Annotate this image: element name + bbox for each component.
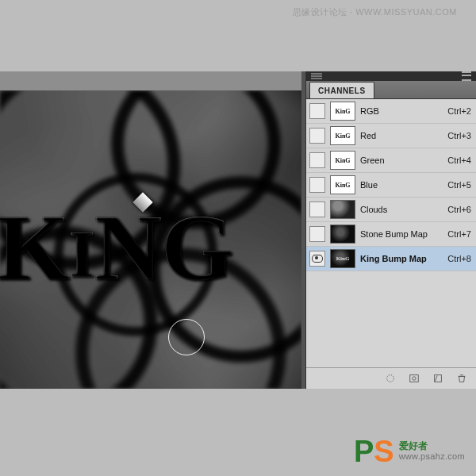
channel-row[interactable]: KinGKing Bump MapCtrl+8 <box>306 247 476 271</box>
delete-channel-icon[interactable] <box>455 373 468 384</box>
visibility-toggle[interactable] <box>309 103 325 119</box>
channel-name: Green <box>360 155 443 165</box>
channel-thumb: KinG <box>330 175 355 194</box>
panel-grip-icon[interactable] <box>311 75 322 77</box>
panel-tabs: CHANNELS <box>306 81 476 99</box>
channel-name: King Bump Map <box>360 254 443 263</box>
visibility-toggle[interactable] <box>309 202 325 217</box>
king-text: KING <box>0 202 301 295</box>
site-watermark: PS 爱好者 www.psahz.com <box>354 440 465 463</box>
channel-name: Clouds <box>360 205 443 214</box>
channel-thumb: KinG <box>330 102 355 121</box>
svg-point-2 <box>413 377 416 380</box>
dot-over-i-icon <box>132 192 152 212</box>
channel-row[interactable]: KinGBlueCtrl+5 <box>306 173 476 198</box>
channel-thumb <box>330 225 355 244</box>
visibility-toggle[interactable] <box>309 177 325 193</box>
eye-icon <box>312 255 323 263</box>
visibility-toggle[interactable] <box>309 226 325 242</box>
brush-cursor-icon <box>168 319 205 355</box>
channel-shortcut: Ctrl+2 <box>447 106 471 116</box>
channel-thumb: KinG <box>330 126 355 145</box>
channel-row[interactable]: KinGGreenCtrl+4 <box>306 148 476 173</box>
channel-shortcut: Ctrl+4 <box>447 155 471 165</box>
channel-name: Stone Bump Map <box>360 229 443 239</box>
channel-shortcut: Ctrl+6 <box>447 205 471 214</box>
document-canvas[interactable]: KING <box>0 90 301 389</box>
photoshop-window: KING CHANNELS KinGRGBCtrl+2KinGRedCtrl+3… <box>0 71 476 389</box>
brand-url: www.psahz.com <box>399 451 465 462</box>
new-channel-icon[interactable] <box>432 373 444 384</box>
source-watermark: 思缘设计论坛 · WWW.MISSYUAN.COM <box>293 6 457 18</box>
visibility-toggle[interactable] <box>309 251 325 267</box>
tab-channels[interactable]: CHANNELS <box>309 82 374 98</box>
svg-point-0 <box>387 375 394 382</box>
channel-row[interactable]: KinGRedCtrl+3 <box>306 124 476 148</box>
channel-rows: KinGRGBCtrl+2KinGRedCtrl+3KinGGreenCtrl+… <box>306 99 476 367</box>
channel-thumb: KinG <box>330 249 355 268</box>
panel-footer <box>306 367 476 389</box>
channel-name: Red <box>360 131 443 140</box>
channel-name: Blue <box>360 180 443 190</box>
channel-row[interactable]: CloudsCtrl+6 <box>306 198 476 222</box>
ps-logo-icon: PS <box>354 440 394 463</box>
visibility-toggle[interactable] <box>309 128 325 144</box>
channel-row[interactable]: KinGRGBCtrl+2 <box>306 99 476 124</box>
visibility-toggle[interactable] <box>309 152 325 168</box>
channel-shortcut: Ctrl+3 <box>447 131 471 140</box>
brand-cn: 爱好者 <box>399 441 465 452</box>
channel-shortcut: Ctrl+8 <box>447 254 471 263</box>
panel-menu-icon[interactable] <box>462 71 471 81</box>
channel-shortcut: Ctrl+7 <box>447 229 471 239</box>
channel-name: RGB <box>360 106 443 116</box>
channels-panel: CHANNELS KinGRGBCtrl+2KinGRedCtrl+3KinGG… <box>306 71 476 389</box>
save-selection-icon[interactable] <box>408 373 420 384</box>
channel-thumb: KinG <box>330 151 355 170</box>
load-selection-icon[interactable] <box>384 373 397 384</box>
svg-rect-1 <box>410 375 419 382</box>
panel-topbar <box>306 71 476 81</box>
channel-row[interactable]: Stone Bump MapCtrl+7 <box>306 222 476 247</box>
channel-thumb <box>330 200 355 219</box>
channel-shortcut: Ctrl+5 <box>447 180 471 190</box>
